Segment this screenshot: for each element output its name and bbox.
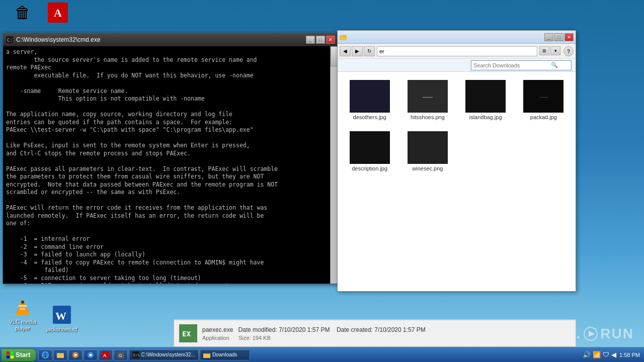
recycle-bin-icon[interactable]: 🗑 <box>5 3 40 23</box>
file-item-winesec[interactable]: winesec.png <box>401 129 453 173</box>
preview-type-size: Application Size: 194 KB <box>202 335 426 341</box>
file-thumb-hitsshoes <box>408 80 448 113</box>
preview-date-created: 7/10/2020 1:57 PM <box>374 326 425 333</box>
svg-rect-17 <box>7 351 10 354</box>
adobe-symbol: A <box>48 3 68 23</box>
taskbar-cmd-label: C:\Windows\system32... <box>141 352 195 357</box>
ie-icon <box>42 351 49 358</box>
cmd-title-area: C:\ C:\Windows\system32\cmd.exe <box>6 36 100 43</box>
explorer-icon <box>340 34 347 41</box>
adobe-icon[interactable]: A <box>40 3 75 23</box>
chrome-icon <box>87 351 94 358</box>
cmd-body[interactable]: a server, the source server's name is ad… <box>3 46 338 284</box>
vlc-icon[interactable]: VLC media player <box>5 297 40 332</box>
systray-network-icon[interactable]: 📶 <box>593 351 601 358</box>
refresh-button[interactable]: ↻ <box>364 46 375 56</box>
anyrun-text2: RUN <box>600 326 634 342</box>
svg-text:C:\: C:\ <box>133 353 139 357</box>
file-name-description: description.jpg <box>352 165 387 171</box>
file-thumb-description <box>350 131 390 164</box>
preview-date-modified-label: Date modified: <box>238 326 277 333</box>
systray-volume-icon[interactable]: 🔊 <box>583 351 591 358</box>
preview-size: 194 KB <box>253 335 271 341</box>
svg-rect-5 <box>20 308 25 310</box>
svg-point-29 <box>89 353 92 356</box>
explorer-toolbar: ◀ ▶ ↻ er ⊞ ▾ ? <box>338 44 576 59</box>
file-item-hitsshoes[interactable]: hitsshoes.png <box>401 78 453 122</box>
address-text: er <box>379 48 384 54</box>
preview-type-label: Application <box>202 335 229 341</box>
svg-rect-18 <box>11 351 14 354</box>
search-box[interactable]: 🔍 <box>471 60 572 70</box>
word-icon[interactable]: W jackshoes.rtf <box>44 305 79 333</box>
cmd-title-text: C:\Windows\system32\cmd.exe <box>16 36 100 43</box>
explorer-win-controls: _ □ ✕ <box>544 33 574 41</box>
cmd-text: a server, the source server's name is ad… <box>6 48 335 284</box>
file-item-packad[interactable]: packad.jpg <box>518 78 570 122</box>
desktop: 🗑 A VLC media player <box>0 0 644 362</box>
view-dropdown[interactable]: ▾ <box>550 46 560 55</box>
svg-text:EX: EX <box>182 330 191 338</box>
cmd-icon: C:\ <box>6 36 13 43</box>
file-item-desothers[interactable]: desothers.jpg <box>344 78 395 122</box>
quicklaunch-ie[interactable] <box>38 349 52 360</box>
preview-filename: paexec.exe Date modified: 7/10/2020 1:57… <box>202 326 426 333</box>
cmd-win-controls: _ □ ✕ <box>306 36 335 44</box>
taskbar: Start <box>0 347 644 362</box>
preview-info: paexec.exe Date modified: 7/10/2020 1:57… <box>202 326 426 341</box>
taskbar-cmd-item[interactable]: C:\ C:\Windows\system32... <box>129 349 199 360</box>
other-icon: G <box>117 351 124 358</box>
media-icon <box>72 351 79 358</box>
explorer-maximize-button[interactable]: □ <box>554 33 564 41</box>
file-thumb-packad <box>523 80 564 113</box>
preview-file-icon: EX <box>179 324 197 342</box>
start-button[interactable]: Start <box>1 348 36 361</box>
quicklaunch-other[interactable]: G <box>114 349 128 360</box>
explorer-close-button[interactable]: ✕ <box>565 33 574 41</box>
svg-text:G: G <box>119 353 122 358</box>
quicklaunch-chrome[interactable] <box>84 349 98 360</box>
quicklaunch-folder[interactable] <box>53 349 67 360</box>
search-input[interactable] <box>473 62 549 68</box>
back-button[interactable]: ◀ <box>340 46 351 56</box>
av-icon: A <box>102 351 109 358</box>
file-item-description[interactable]: description.jpg <box>344 129 395 173</box>
view-large-icons[interactable]: ⊞ <box>539 46 549 55</box>
system-tray: 🔊 📶 🛡 ◀ 1:58 PM <box>579 351 644 358</box>
quicklaunch-av[interactable]: A <box>99 349 113 360</box>
svg-text:C:\: C:\ <box>7 38 13 43</box>
file-thumb-winesec <box>408 131 448 164</box>
help-button[interactable]: ? <box>564 46 574 56</box>
explorer-title-area <box>340 34 347 41</box>
search-icon[interactable]: 🔍 <box>551 62 558 68</box>
systray-shield-icon[interactable]: 🛡 <box>603 351 609 358</box>
quicklaunch-media[interactable] <box>68 349 83 360</box>
status-preview-bar: EX paexec.exe Date modified: 7/10/2020 1… <box>174 319 576 347</box>
cmd-close-button[interactable]: ✕ <box>326 36 335 44</box>
preview-date-modified: 7/10/2020 1:57 PM <box>279 326 330 333</box>
svg-text:A: A <box>54 7 62 19</box>
systray-arrow-icon[interactable]: ◀ <box>611 351 616 358</box>
svg-rect-3 <box>16 312 30 315</box>
file-grid-row1: desothers.jpg hitsshoes.png islandbag.jp… <box>342 76 572 124</box>
file-thumb-desothers <box>350 80 390 113</box>
file-name-packad: packad.jpg <box>530 114 557 120</box>
system-clock: 1:58 PM <box>619 352 640 358</box>
explorer-minimize-button[interactable]: _ <box>544 33 553 41</box>
cmd-maximize-button[interactable]: □ <box>316 36 325 44</box>
taskbar-cmd-icon: C:\ <box>132 351 139 358</box>
address-bar[interactable]: er <box>377 46 537 56</box>
svg-point-6 <box>21 301 24 304</box>
explorer-window: _ □ ✕ ◀ ▶ ↻ er ⊞ ▾ ? 🔍 <box>337 30 576 292</box>
cmd-minimize-button[interactable]: _ <box>306 36 315 44</box>
taskbar-explorer-label: Downloads <box>212 352 237 357</box>
taskbar-explorer-item[interactable]: Downloads <box>200 349 250 360</box>
svg-text:W: W <box>55 310 66 322</box>
svg-text:A: A <box>103 353 107 358</box>
file-item-islandbag[interactable]: islandbag.jpg <box>460 78 512 122</box>
cmd-titlebar: C:\ C:\Windows\system32\cmd.exe _ □ ✕ <box>3 33 338 46</box>
svg-rect-19 <box>7 355 10 358</box>
file-grid-row2: description.jpg winesec.png <box>342 127 572 175</box>
explorer-searchbar: 🔍 <box>338 59 576 72</box>
forward-button[interactable]: ▶ <box>352 46 363 56</box>
